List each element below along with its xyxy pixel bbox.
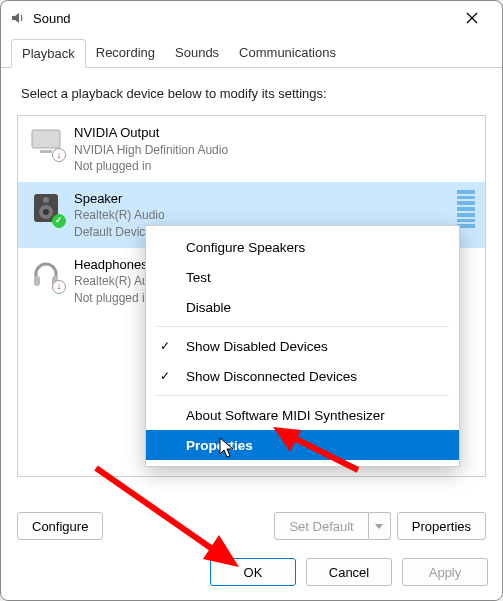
cancel-button[interactable]: Cancel xyxy=(306,558,392,586)
ok-button[interactable]: OK xyxy=(210,558,296,586)
set-default-dropdown[interactable] xyxy=(369,512,391,540)
close-button[interactable] xyxy=(450,3,494,33)
ctx-test[interactable]: Test xyxy=(146,262,459,292)
speaker-icon xyxy=(28,190,64,226)
svg-rect-1 xyxy=(40,150,52,153)
svg-point-5 xyxy=(43,197,49,203)
tab-sounds[interactable]: Sounds xyxy=(165,39,229,67)
device-buttons: Configure Set Default Properties xyxy=(17,512,486,540)
instruction-text: Select a playback device below to modify… xyxy=(21,86,482,101)
window-title: Sound xyxy=(33,11,71,26)
device-info: NVIDIA Output NVIDIA High Definition Aud… xyxy=(74,124,228,174)
properties-button[interactable]: Properties xyxy=(397,512,486,540)
set-default-button[interactable]: Set Default xyxy=(274,512,368,540)
device-driver: Realtek(R) Audio xyxy=(74,207,165,223)
device-name: Speaker xyxy=(74,190,165,208)
monitor-icon xyxy=(28,124,64,160)
ctx-properties[interactable]: Properties xyxy=(146,430,459,460)
device-status: Not plugged in xyxy=(74,158,228,174)
svg-rect-6 xyxy=(34,276,40,286)
svg-rect-0 xyxy=(32,130,60,148)
chevron-down-icon xyxy=(375,524,383,529)
apply-button[interactable]: Apply xyxy=(402,558,488,586)
tab-playback[interactable]: Playback xyxy=(11,39,86,68)
titlebar: Sound xyxy=(1,1,502,35)
ctx-about-midi[interactable]: About Software MIDI Synthesizer xyxy=(146,400,459,430)
sound-dialog: Sound Playback Recording Sounds Communic… xyxy=(0,0,503,601)
separator xyxy=(156,326,449,327)
configure-button[interactable]: Configure xyxy=(17,512,103,540)
sound-icon xyxy=(9,10,25,26)
device-row[interactable]: NVIDIA Output NVIDIA High Definition Aud… xyxy=(18,116,485,182)
headphones-icon xyxy=(28,256,64,292)
level-meter xyxy=(457,190,475,228)
tab-communications[interactable]: Communications xyxy=(229,39,346,67)
device-name: NVIDIA Output xyxy=(74,124,228,142)
dialog-buttons: OK Cancel Apply xyxy=(210,558,488,586)
unplugged-badge-icon xyxy=(52,148,66,162)
context-menu: Configure Speakers Test Disable Show Dis… xyxy=(145,225,460,467)
unplugged-badge-icon xyxy=(52,280,66,294)
ctx-show-disconnected[interactable]: Show Disconnected Devices xyxy=(146,361,459,391)
tab-recording[interactable]: Recording xyxy=(86,39,165,67)
default-badge-icon xyxy=(52,214,66,228)
svg-point-4 xyxy=(43,209,49,215)
device-driver: NVIDIA High Definition Audio xyxy=(74,142,228,158)
set-default-split: Set Default xyxy=(274,512,390,540)
separator xyxy=(156,395,449,396)
ctx-disable[interactable]: Disable xyxy=(146,292,459,322)
ctx-show-disabled[interactable]: Show Disabled Devices xyxy=(146,331,459,361)
ctx-configure-speakers[interactable]: Configure Speakers xyxy=(146,232,459,262)
tab-bar: Playback Recording Sounds Communications xyxy=(1,35,502,68)
